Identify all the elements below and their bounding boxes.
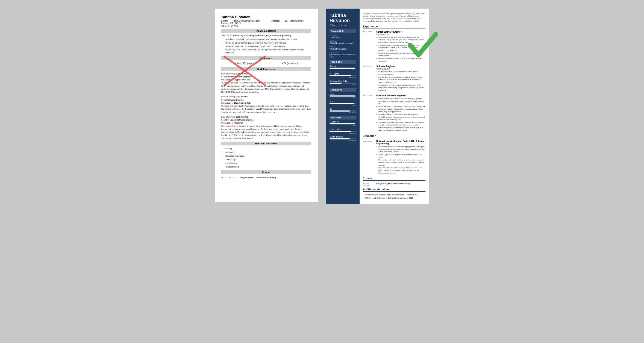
education-title: Education xyxy=(363,134,426,138)
exp-item: 2012 - 2013 Freelance Software Engineer … xyxy=(363,94,426,132)
skill-bar-fill xyxy=(330,138,350,139)
skill-bar-bg xyxy=(330,83,356,84)
left-name: Tabitha Hirvanen xyxy=(221,15,311,19)
list-item: C# (advanced) xyxy=(282,62,298,64)
list-item: Built infrastructure to handle millions … xyxy=(378,70,426,76)
skill-bar-bg xyxy=(330,95,356,96)
list-item: Built security into new product features… xyxy=(378,84,426,92)
exp-bullets: Composed an app to allow voice control o… xyxy=(376,97,426,131)
list-item: Debugging xyxy=(226,150,311,154)
exp-bullets: Built infrastructure to handle millions … xyxy=(376,70,426,92)
list-item: Led the drive to implement the Principle… xyxy=(378,76,426,84)
skill-bar-bg xyxy=(330,110,356,112)
list-item: Coding xyxy=(226,147,311,150)
skills-header: Hard and Soft Skills xyxy=(221,142,311,145)
skill-bar-fill xyxy=(330,110,350,112)
edu-details: University of Washington Bothell, BA, So… xyxy=(376,140,426,175)
list-item: Built a real time stock picking app that… xyxy=(378,105,426,113)
exp-details: Software Engineer Cloudwallop, Inc. Buil… xyxy=(376,65,426,92)
left-tel: Tel: 773-457-2703 xyxy=(221,25,311,27)
list-item: Headed team that received 2016 BOSSIE aw… xyxy=(378,57,426,62)
job-entry: Date of Joining: 2012 to 2013 Post: Free… xyxy=(221,115,311,140)
languages-header: Languages xyxy=(221,56,311,60)
left-contact-email: E-Mail: TabithaHirvanen@gmail.com Addres… xyxy=(221,20,311,24)
list-item: Created a senior scholar project to buil… xyxy=(226,41,311,44)
skill-item-coding: Coding Expert xyxy=(330,65,356,71)
skill-bar-bg xyxy=(330,131,356,132)
list-item: VP of Jugger-ls, the campus machine lear… xyxy=(378,153,426,159)
list-item: Developed passion for Java server progra… xyxy=(226,38,311,41)
exp-item: 2013 - 2015 Software Engineer Cloudwallo… xyxy=(363,65,426,92)
academic-content: 2008-2012 – University of Washington Bot… xyxy=(221,34,311,54)
course-title: Course xyxy=(363,177,426,181)
list-item: Increased code efficiency of customer po… xyxy=(378,44,426,52)
work-experience: Date of Joining: 2015 to 2017 Post: Seni… xyxy=(221,72,311,140)
summary-text: Energetic software engineer with 5 years… xyxy=(363,12,426,23)
skill-bar-bg xyxy=(330,75,356,76)
list-item: Leadership xyxy=(226,158,311,161)
email-value: TabithaHirvanen@gmail.com xyxy=(233,20,260,22)
course-details: Google Campus: Summer with Coding xyxy=(376,183,410,186)
right-title: Software Engineer xyxy=(330,24,356,26)
linkedin-info: LinkedIn www.linkedin.com/in/tabitha-hir… xyxy=(330,52,356,58)
left-resume: Tabitha Hirvanen E-Mail: TabithaHirvanen… xyxy=(215,8,318,202)
soft-skills-section: Soft Skills xyxy=(330,116,356,119)
skill-bar-fill xyxy=(330,75,351,76)
list-item: Java, SQL (expert) xyxy=(235,62,254,64)
skill-bar-fill xyxy=(330,95,355,96)
course-content: 06.2012-08.2012 – Google campus : summer… xyxy=(221,175,311,180)
right-main-content: Energetic software engineer with 5 years… xyxy=(360,8,429,204)
skill-bar-bg xyxy=(330,103,356,104)
skill-bar-fill xyxy=(330,123,355,124)
list-item: Composed an app to allow voice control o… xyxy=(378,97,426,105)
exp-item: 2015 - 2017 Senior Software Engineer Cry… xyxy=(363,31,426,63)
activities-title: Additional Activities xyxy=(363,188,426,192)
course-header: Course xyxy=(221,170,311,174)
skills-list: Coding Debugging Database knowledge Lead… xyxy=(221,147,311,169)
list-item: Responsible for spearheading teams that … xyxy=(378,36,426,44)
exp-bullets: Responsible for spearheading teams that … xyxy=(376,36,426,62)
edu-bullets: Pursued my passion for Java server progr… xyxy=(376,145,426,174)
job-entry: Date of Joining: 2013 to 2015 Post: Soft… xyxy=(221,95,311,114)
right-resume: Tabitha Hirvanen Software Engineer Perso… xyxy=(326,8,429,204)
list-item: Database knowledge xyxy=(226,154,311,158)
experience-title: Experience xyxy=(363,25,426,29)
email-label: E-Mail: xyxy=(221,20,228,22)
languages-section: Languages xyxy=(330,88,356,92)
skill-bar-fill xyxy=(330,103,354,104)
list-item: Reduced security breaches by 73% for all… xyxy=(378,52,426,57)
skill-item-database: Database Knowledge Basic xyxy=(330,80,356,86)
exp-details: Senior Software Engineer Cryptoconic, In… xyxy=(376,31,426,63)
right-sidebar: Tabitha Hirvanen Software Engineer Perso… xyxy=(326,8,360,204)
list-item: My article, "How Cloud Computing Will Ch… xyxy=(226,48,311,54)
academic-bullets: Developed passion for Java server progra… xyxy=(226,38,311,54)
skill-item-csharp: C# Advanced xyxy=(330,108,356,114)
skill-item-java: Java Expert xyxy=(330,93,356,99)
edu-item: 2008 - 2012 University of Washington Bot… xyxy=(363,140,426,175)
list-item: Pursued my passion for Java server progr… xyxy=(378,145,426,153)
skill-bar-fill xyxy=(330,131,351,132)
list-item: Shortlisted for a National Center for Wo… xyxy=(365,194,426,197)
bullet-icon xyxy=(282,63,283,64)
course-item: 2012-06 - 2012-08 Google Campus: Summer … xyxy=(363,183,426,186)
job-entry: Date of Joining: 2015 to 2017 Post: Seni… xyxy=(221,72,311,94)
skill-bar-bg xyxy=(330,67,356,69)
list-item: My article, "How Cloud Computing Will Ch… xyxy=(378,167,426,174)
address-label: Address: xyxy=(272,20,280,22)
skill-bar-fill xyxy=(330,67,355,69)
bullet-icon xyxy=(235,63,236,64)
skill-bar-fill xyxy=(330,83,342,84)
activities-bullets: Shortlisted for a National Center for Wo… xyxy=(363,194,426,200)
list-item: Built new search functionality into the … xyxy=(378,113,426,121)
left-languages: Java, SQL (expert) C# (advanced) xyxy=(221,61,311,65)
list-item: Collaboration xyxy=(226,161,311,165)
www-info: WWW TabithaHirvanen.com xyxy=(330,46,356,50)
list-item: Delivered a webinar on best practices fo… xyxy=(226,45,311,48)
skill-item-debugging: Debugging Advanced xyxy=(330,72,356,78)
exp-details: Freelance Software Engineer Composed an … xyxy=(376,94,426,132)
skill-item-critical-thinking: Critical Thinking Advanced xyxy=(330,136,356,142)
work-header: Work Experience xyxy=(221,67,311,71)
skill-item-sql: SQL Expert xyxy=(330,100,356,106)
email-info: E-mail TabithaHirvanen@gmail.com xyxy=(330,40,356,44)
skill-bar-bg xyxy=(330,123,356,124)
